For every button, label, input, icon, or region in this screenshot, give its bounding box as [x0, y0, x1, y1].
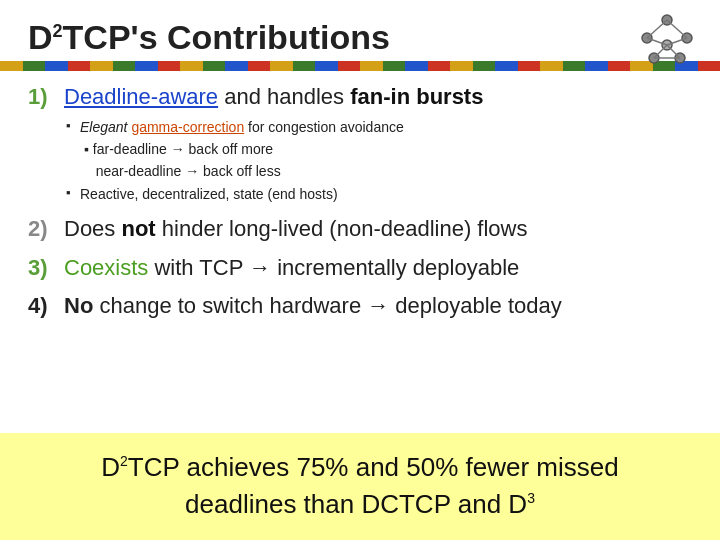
- bottom-box-text: D2TCP achieves 75% and 50% fewer missed …: [20, 449, 700, 522]
- subsubbullet-far-marker: ▪: [84, 138, 93, 160]
- point-4-text: No change to switch hardware → deployabl…: [64, 292, 562, 321]
- point-4-num: 4): [28, 292, 64, 321]
- point-1: 1) Deadline-aware and handles fan-in bur…: [28, 83, 692, 205]
- subbullet-2: ▪ Reactive, decentralized, state (end ho…: [66, 183, 483, 205]
- not-label: not: [121, 216, 155, 241]
- stripe-bar: [0, 61, 720, 71]
- point-2-text: Does not hinder long-lived (non-deadline…: [64, 215, 527, 244]
- point-3: 3) Coexists with TCP → incrementally dep…: [28, 254, 692, 283]
- point-2-num: 2): [28, 215, 64, 244]
- point-3-num: 3): [28, 254, 64, 283]
- coexists-label: Coexists: [64, 255, 148, 280]
- subbullet-2-marker: ▪: [66, 183, 80, 204]
- gamma-correction-label: gamma-correction: [131, 119, 244, 135]
- deadline-aware-label: Deadline-aware: [64, 84, 218, 109]
- svg-line-10: [654, 45, 667, 58]
- subsubbullet-near-text: near-deadline → back off less: [96, 160, 281, 182]
- fan-in-bursts-label: fan-in bursts: [350, 84, 483, 109]
- bottom-sup2: 3: [527, 490, 535, 506]
- network-icon: [632, 10, 702, 70]
- point-1-subbullets: ▪ Elegant gamma-correction for congestio…: [66, 116, 483, 206]
- subbullet-1: ▪ Elegant gamma-correction for congestio…: [66, 116, 483, 138]
- main-content: 1) Deadline-aware and handles fan-in bur…: [0, 83, 720, 321]
- subbullet-2-text: Reactive, decentralized, state (end host…: [80, 183, 338, 205]
- point-1-num: 1): [28, 83, 64, 112]
- point-2: 2) Does not hinder long-lived (non-deadl…: [28, 215, 692, 244]
- point-3-text: Coexists with TCP → incrementally deploy…: [64, 254, 519, 283]
- subsubbullet-near-marker: [84, 160, 96, 182]
- subsubbullet-far-text: far-deadline → back off more: [93, 138, 273, 160]
- subsubbullet-far: ▪ far-deadline → back off more: [84, 138, 483, 160]
- svg-line-11: [667, 45, 680, 58]
- svg-line-6: [647, 20, 667, 38]
- svg-line-7: [667, 20, 687, 38]
- point-1-text: Deadline-aware and handles fan-in bursts: [64, 84, 483, 109]
- title-text: TCP's Contributions: [63, 18, 390, 56]
- title-sup: 2: [53, 21, 63, 41]
- subsubbullet-near: near-deadline → back off less: [84, 160, 483, 182]
- bottom-highlight-box: D2TCP achieves 75% and 50% fewer missed …: [0, 433, 720, 540]
- page-title: D2TCP's Contributions: [0, 0, 720, 61]
- no-label: No: [64, 293, 93, 318]
- subbullet-1-marker: ▪: [66, 116, 80, 137]
- point-4: 4) No change to switch hardware → deploy…: [28, 292, 692, 321]
- elegant-label: Elegant: [80, 119, 127, 135]
- subbullet-1-text: Elegant gamma-correction for congestion …: [80, 116, 404, 138]
- bottom-sup: 2: [120, 454, 128, 470]
